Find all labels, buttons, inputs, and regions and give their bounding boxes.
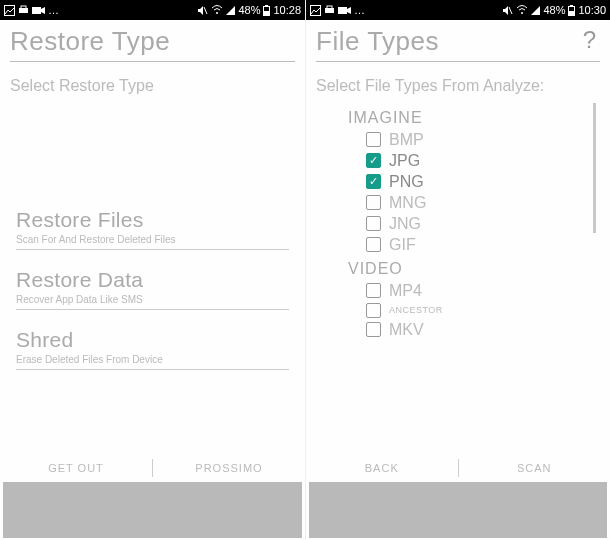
- page-subtitle: Select Restore Type: [0, 62, 305, 97]
- statusbar-left: …: [4, 4, 59, 16]
- group-imagine-label: IMAGINE: [348, 109, 600, 127]
- print-icon: [18, 5, 29, 16]
- checkbox-label: GIF: [389, 236, 416, 254]
- image-icon: [310, 5, 321, 16]
- checkmark-icon: ✓: [369, 176, 378, 187]
- svg-line-6: [204, 7, 207, 14]
- statusbar-right: 48% 10:30: [502, 4, 606, 16]
- option-title: Restore Files: [16, 208, 289, 232]
- divider: [16, 309, 289, 310]
- option-desc: Erase Deleted Files From Device: [16, 354, 289, 365]
- checkbox-label: ANCESTOR: [389, 305, 443, 315]
- clock: 10:28: [273, 4, 301, 16]
- checkbox-icon: ✓: [366, 153, 381, 168]
- statusbar: … 48% 10:28: [0, 0, 305, 20]
- option-restore-files[interactable]: Restore Files Scan For And Restore Delet…: [12, 198, 293, 258]
- svg-marker-4: [41, 7, 45, 14]
- checkbox-label: JNG: [389, 215, 421, 233]
- scan-button[interactable]: SCAN: [459, 454, 611, 482]
- phone-left: … 48% 10:28 Restore Type Select Restore …: [0, 0, 305, 540]
- svg-rect-15: [338, 7, 347, 14]
- back-button[interactable]: BACK: [306, 454, 458, 482]
- svg-rect-3: [32, 7, 41, 14]
- scrollbar[interactable]: [593, 103, 596, 233]
- ad-placeholder[interactable]: [3, 482, 302, 538]
- group-video-label: VIDEO: [348, 260, 600, 278]
- camera-icon: [338, 6, 351, 15]
- checkbox-label: PNG: [389, 173, 424, 191]
- option-shred[interactable]: Shred Erase Deleted Files From Device: [12, 318, 293, 378]
- checkbox-mkv[interactable]: MKV: [366, 321, 600, 339]
- divider: [16, 369, 289, 370]
- svg-line-18: [509, 7, 512, 14]
- header: Restore Type: [0, 20, 305, 59]
- checkbox-label: MNG: [389, 194, 426, 212]
- svg-rect-11: [264, 11, 269, 15]
- page-title: Restore Type: [10, 26, 170, 57]
- checkbox-label: MP4: [389, 282, 422, 300]
- checkbox-ancestor[interactable]: ANCESTOR: [366, 303, 600, 318]
- checkbox-png[interactable]: ✓ PNG: [366, 173, 600, 191]
- more-indicator: …: [354, 4, 365, 16]
- print-icon: [324, 5, 335, 16]
- more-indicator: …: [48, 4, 59, 16]
- battery-icon: [263, 5, 270, 16]
- svg-marker-8: [226, 6, 235, 15]
- checkbox-mng[interactable]: MNG: [366, 194, 600, 212]
- wifi-icon: [516, 5, 528, 15]
- signal-icon: [226, 6, 235, 15]
- checkbox-label: JPG: [389, 152, 420, 170]
- option-desc: Recover App Data Like SMS: [16, 294, 289, 305]
- bottom-bar: BACK SCAN: [306, 454, 610, 482]
- svg-rect-10: [265, 5, 268, 7]
- checkbox-icon: [366, 283, 381, 298]
- option-title: Restore Data: [16, 268, 289, 292]
- checkbox-icon: ✓: [366, 174, 381, 189]
- checkbox-label: BMP: [389, 131, 424, 149]
- checkbox-label: MKV: [389, 321, 424, 339]
- option-desc: Scan For And Restore Deleted Files: [16, 234, 289, 245]
- phone-right: … 48% 10:30 File Types ? Select File Typ…: [305, 0, 610, 540]
- page-title: File Types: [316, 26, 439, 57]
- svg-rect-14: [327, 6, 332, 9]
- checkmark-icon: ✓: [369, 155, 378, 166]
- svg-rect-23: [569, 11, 574, 15]
- checkbox-icon: [366, 303, 381, 318]
- header: File Types ?: [306, 20, 610, 59]
- checkbox-icon: [366, 132, 381, 147]
- bottom-bar: GET OUT PROSSIMO: [0, 454, 305, 482]
- checkbox-jpg[interactable]: ✓ JPG: [366, 152, 600, 170]
- ad-placeholder[interactable]: [309, 482, 607, 538]
- screenshot-pair: … 48% 10:28 Restore Type Select Restore …: [0, 0, 610, 540]
- battery-percentage: 48%: [238, 4, 260, 16]
- svg-rect-22: [570, 5, 573, 7]
- svg-rect-0: [5, 5, 15, 15]
- checkbox-mp4[interactable]: MP4: [366, 282, 600, 300]
- prossimo-button[interactable]: PROSSIMO: [153, 454, 305, 482]
- option-restore-data[interactable]: Restore Data Recover App Data Like SMS: [12, 258, 293, 318]
- help-icon[interactable]: ?: [583, 26, 600, 54]
- svg-rect-12: [311, 5, 321, 15]
- svg-marker-20: [531, 6, 540, 15]
- option-title: Shred: [16, 328, 289, 352]
- camera-icon: [32, 6, 45, 15]
- checkbox-icon: [366, 322, 381, 337]
- checkbox-bmp[interactable]: BMP: [366, 131, 600, 149]
- svg-rect-2: [21, 6, 26, 9]
- checkbox-jng[interactable]: JNG: [366, 215, 600, 233]
- get-out-button[interactable]: GET OUT: [0, 454, 152, 482]
- statusbar-left: …: [310, 4, 365, 16]
- statusbar: … 48% 10:30: [306, 0, 610, 20]
- battery-icon: [568, 5, 575, 16]
- image-icon: [4, 5, 15, 16]
- svg-point-7: [216, 12, 218, 14]
- divider: [16, 249, 289, 250]
- page-subtitle: Select File Types From Analyze:: [306, 62, 610, 97]
- mute-icon: [502, 5, 513, 16]
- checkbox-gif[interactable]: GIF: [366, 236, 600, 254]
- wifi-icon: [211, 5, 223, 15]
- checkbox-icon: [366, 216, 381, 231]
- checkbox-icon: [366, 195, 381, 210]
- battery-percentage: 48%: [543, 4, 565, 16]
- checkbox-icon: [366, 237, 381, 252]
